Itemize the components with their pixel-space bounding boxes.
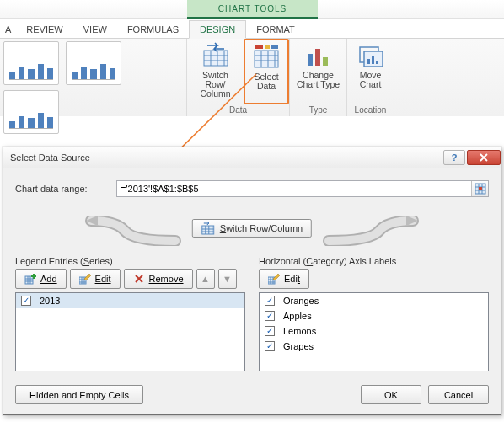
switch-row-column-icon: [202, 42, 229, 69]
svg-rect-7: [323, 57, 328, 66]
cancel-button[interactable]: Cancel: [428, 385, 489, 404]
add-series-button[interactable]: Add: [15, 269, 67, 289]
remove-series-button[interactable]: Remove: [124, 269, 193, 289]
help-button[interactable]: ?: [443, 150, 465, 165]
ribbon-tab-strip: A REVIEW VIEW FORMULAS DESIGN FORMAT: [0, 19, 504, 39]
legend-entries-heading: Legend Entries (Series): [15, 256, 245, 266]
tab-review[interactable]: REVIEW: [16, 21, 72, 38]
change-chart-type-icon: [304, 42, 331, 69]
chart-data-range-input-wrapper: [116, 180, 489, 197]
label: Chart Type: [297, 79, 340, 89]
label: Remove: [149, 274, 184, 284]
add-icon: [24, 273, 36, 285]
contextual-tab-title: CHART TOOLS: [187, 0, 318, 19]
select-data-source-dialog: Select Data Source ? Chart data range: S…: [3, 147, 501, 415]
group-label: Type: [290, 104, 346, 116]
axis-labels-heading: Horizontal (Category) Axis Labels: [259, 256, 489, 266]
chart-style-thumb[interactable]: [3, 90, 59, 134]
chart-style-thumb[interactable]: [66, 41, 121, 85]
svg-rect-10: [367, 59, 370, 64]
group-label: [0, 136, 186, 139]
svg-rect-3: [265, 45, 270, 49]
checkbox[interactable]: ✓: [21, 296, 31, 306]
label: Add: [40, 274, 57, 284]
list-item[interactable]: ✓Oranges: [260, 293, 488, 308]
chart-style-thumb[interactable]: [3, 41, 59, 85]
range-picker-icon: [475, 183, 486, 195]
group-chart-styles: [0, 39, 187, 116]
list-item[interactable]: ✓Grapes: [260, 339, 488, 354]
svg-rect-11: [372, 56, 374, 64]
move-chart-button[interactable]: MoveChart: [348, 39, 394, 104]
ribbon-body: Switch Row/Column SelectData Data Change…: [0, 39, 504, 116]
edit-axis-labels-button[interactable]: Edit: [259, 269, 309, 289]
legend-entries-panel: Legend Entries (Series) Add Edit Remove: [15, 256, 245, 371]
list-item[interactable]: ✓Apples: [260, 308, 488, 323]
move-down-button[interactable]: ▼: [218, 269, 237, 289]
hidden-empty-cells-button[interactable]: Hidden and Empty Cells: [15, 385, 143, 404]
svg-rect-17: [25, 276, 33, 284]
dialog-titlebar[interactable]: Select Data Source ?: [3, 147, 501, 168]
close-button[interactable]: [467, 150, 501, 165]
tab-formulas[interactable]: FORMULAS: [117, 21, 189, 38]
axis-label: Oranges: [283, 296, 319, 306]
switch-row-column-icon: [201, 222, 215, 235]
label: Data: [257, 81, 276, 91]
switch-row-column-dialog-button[interactable]: Switch Row/Column: [192, 219, 312, 238]
tab-partial[interactable]: A: [0, 21, 16, 38]
label: Edit: [284, 274, 300, 284]
svg-rect-2: [255, 45, 263, 49]
axis-labels-panel: Horizontal (Category) Axis Labels Edit ✓…: [259, 256, 489, 371]
label: Switch Row/Column: [220, 223, 303, 233]
select-data-icon: [253, 44, 280, 71]
ribbon: CHART TOOLS A REVIEW VIEW FORMULAS DESIG…: [0, 0, 504, 136]
dialog-title: Select Data Source: [10, 152, 442, 163]
label: Switch Row/: [202, 70, 228, 89]
list-item[interactable]: ✓ 2013: [16, 293, 244, 308]
group-location: MoveChart Location: [347, 39, 394, 116]
label: Chart: [360, 79, 382, 89]
tab-view[interactable]: VIEW: [73, 21, 117, 38]
series-list[interactable]: ✓ 2013: [15, 292, 245, 371]
edit-series-button[interactable]: Edit: [70, 269, 121, 289]
ribbon-top: CHART TOOLS: [0, 0, 504, 19]
svg-rect-5: [308, 54, 313, 66]
axis-label: Lemons: [283, 326, 316, 336]
ok-button[interactable]: OK: [361, 385, 421, 404]
checkbox[interactable]: ✓: [265, 296, 275, 306]
curly-arrow-right: [320, 216, 421, 246]
axis-label: Apples: [283, 311, 312, 321]
axis-label: Grapes: [283, 341, 314, 351]
remove-icon: [133, 273, 145, 285]
move-up-button[interactable]: ▲: [196, 269, 215, 289]
chart-data-range-label: Chart data range:: [15, 184, 116, 194]
svg-rect-15: [479, 187, 482, 190]
svg-rect-4: [271, 45, 278, 49]
checkbox[interactable]: ✓: [265, 341, 275, 351]
change-chart-type-button[interactable]: ChangeChart Type: [292, 39, 345, 104]
range-picker-button[interactable]: [471, 181, 488, 196]
group-label: Data: [187, 104, 289, 116]
close-icon: [479, 153, 489, 162]
group-data: Switch Row/Column SelectData Data: [187, 39, 290, 116]
select-data-button[interactable]: SelectData: [244, 39, 289, 104]
edit-icon: [268, 273, 280, 285]
label: Column: [200, 88, 230, 99]
edit-icon: [79, 273, 91, 285]
tab-design[interactable]: DESIGN: [189, 20, 246, 39]
list-item[interactable]: ✓Lemons: [260, 323, 488, 339]
axis-labels-list[interactable]: ✓Oranges ✓Apples ✓Lemons ✓Grapes: [259, 292, 489, 371]
svg-rect-12: [376, 61, 378, 64]
series-label: 2013: [40, 296, 60, 306]
switch-row-column-button[interactable]: Switch Row/Column: [187, 39, 244, 104]
checkbox[interactable]: ✓: [265, 326, 275, 336]
label: Edit: [95, 274, 111, 284]
tab-format[interactable]: FORMAT: [246, 21, 305, 38]
chart-data-range-input[interactable]: [117, 181, 471, 196]
svg-rect-6: [315, 49, 320, 66]
group-label: Location: [347, 104, 394, 116]
checkbox[interactable]: ✓: [265, 311, 275, 321]
group-type: ChangeChart Type Type: [290, 39, 347, 116]
move-chart-icon: [357, 42, 384, 69]
curly-arrow-left: [83, 216, 184, 246]
